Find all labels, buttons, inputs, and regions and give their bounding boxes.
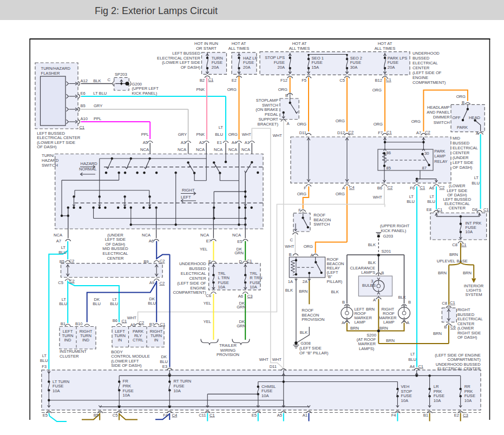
svg-text:C1: C1	[122, 319, 127, 324]
svg-text:G203: G203	[383, 234, 394, 239]
svg-text:A7: A7	[56, 239, 61, 243]
svg-text:TURN: TURN	[212, 56, 223, 61]
svg-text:B5: B5	[94, 413, 99, 418]
svg-text:BLK: BLK	[398, 295, 406, 300]
svg-text:C1: C1	[210, 413, 215, 418]
svg-text:ALL TIMES: ALL TIMES	[289, 46, 310, 51]
svg-text:ELECTRICAL CENTER: ELECTRICAL CENTER	[437, 366, 481, 371]
svg-text:D12: D12	[337, 130, 345, 135]
svg-text:D: D	[239, 259, 243, 264]
svg-text:SEO 1: SEO 1	[312, 56, 324, 61]
svg-text:NCA: NCA	[178, 147, 187, 152]
svg-text:10A: 10A	[466, 229, 473, 234]
svg-text:86: 86	[387, 150, 391, 155]
svg-text:A2: A2	[199, 140, 204, 145]
svg-text:C1: C1	[418, 364, 423, 369]
svg-text:C1: C1	[79, 125, 84, 130]
svg-text:SWITCH: SWITCH	[42, 163, 58, 168]
svg-text:B12: B12	[375, 78, 382, 83]
svg-text:STOP LPS: STOP LPS	[265, 55, 285, 60]
svg-text:PNK: PNK	[196, 132, 205, 137]
svg-text:G308: G308	[300, 341, 311, 346]
svg-text:C2: C2	[69, 259, 75, 263]
svg-text:A4: A4	[232, 140, 237, 145]
svg-text:OF DASH): OF DASH)	[181, 65, 201, 70]
svg-text:B7: B7	[149, 322, 154, 327]
svg-text:ORG: ORG	[374, 122, 383, 127]
svg-text:SWITCH: SWITCH	[262, 103, 278, 108]
svg-text:B9: B9	[143, 259, 148, 264]
svg-text:OF “B” PILLAR): OF “B” PILLAR)	[299, 351, 329, 355]
svg-text:D11: D11	[299, 130, 306, 135]
svg-text:C2: C2	[160, 281, 165, 286]
svg-text:LT: LT	[219, 125, 224, 130]
svg-text:C8: C8	[442, 301, 447, 306]
svg-text:B6: B6	[377, 186, 382, 190]
svg-text:NCA: NCA	[241, 147, 251, 152]
svg-text:F7: F7	[378, 130, 383, 135]
svg-text:SYSTEM: SYSTEM	[465, 292, 482, 297]
svg-text:10A: 10A	[434, 398, 441, 403]
svg-text:WHT: WHT	[285, 244, 294, 249]
svg-text:MID: MID	[453, 136, 460, 141]
svg-text:BRN: BRN	[379, 326, 388, 331]
svg-text:GRN: GRN	[237, 324, 246, 328]
svg-text:SEO 2: SEO 2	[350, 56, 362, 61]
svg-text:30A: 30A	[350, 65, 358, 70]
svg-text:UNDERHOOD: UNDERHOOD	[179, 261, 206, 266]
svg-text:C: C	[290, 238, 293, 242]
svg-text:BUSSED: BUSSED	[413, 56, 430, 61]
svg-text:Fig 2: Exterior Lamps Circuit: Fig 2: Exterior Lamps Circuit	[95, 5, 218, 16]
svg-text:HEADLAMP: HEADLAMP	[427, 105, 450, 110]
svg-text:C1: C1	[386, 77, 391, 82]
svg-text:CTRL: CTRL	[133, 338, 143, 342]
svg-text:WHT: WHT	[259, 357, 269, 362]
svg-text:C: C	[108, 77, 111, 82]
svg-text:S201: S201	[382, 249, 391, 254]
svg-text:A9: A9	[149, 280, 154, 285]
svg-text:KICK PANEL): KICK PANEL)	[132, 91, 158, 96]
svg-text:BRN: BRN	[366, 307, 375, 312]
svg-text:C1: C1	[461, 242, 467, 247]
svg-text:RT TURN: RT TURN	[173, 379, 191, 384]
svg-text:CENTER: CENTER	[449, 206, 466, 210]
svg-text:E: E	[208, 259, 211, 264]
svg-text:E2: E2	[232, 78, 237, 83]
svg-text:FUSE: FUSE	[274, 60, 285, 65]
svg-text:ORG: ORG	[227, 87, 237, 92]
svg-text:STOPLAMP: STOPLAMP	[256, 98, 278, 103]
svg-text:BRN: BRN	[299, 289, 307, 294]
svg-text:PEDAL: PEDAL	[265, 112, 278, 117]
svg-text:20A: 20A	[212, 65, 219, 70]
svg-text:BLK: BLK	[368, 260, 376, 265]
svg-text:SWITCH: SWITCH	[434, 120, 450, 125]
svg-text:IND: IND	[64, 338, 71, 342]
svg-text:ELECTRICAL: ELECTRICAL	[413, 61, 438, 65]
svg-text:UNDERHOOD: UNDERHOOD	[413, 51, 440, 56]
svg-text:SIDE OF DASH): SIDE OF DASH)	[111, 363, 142, 368]
svg-text:85: 85	[387, 166, 391, 170]
svg-text:C2: C2	[349, 130, 354, 135]
svg-text:C6: C6	[450, 325, 456, 329]
svg-text:NCA: NCA	[196, 147, 205, 152]
svg-text:(UPPER RIGHT: (UPPER RIGHT	[380, 223, 410, 228]
svg-text:A6: A6	[238, 294, 243, 299]
svg-text:NCA: NCA	[214, 147, 223, 152]
svg-text:HAZ LP: HAZ LP	[243, 56, 258, 61]
svg-text:D8: D8	[472, 207, 477, 212]
svg-text:A5: A5	[143, 140, 148, 145]
svg-text:CENTER: CENTER	[107, 256, 124, 261]
svg-text:RIGHT: RIGHT	[182, 188, 195, 193]
svg-text:C5: C5	[113, 413, 118, 418]
svg-text:BRN: BRN	[463, 271, 472, 275]
svg-text:E7: E7	[206, 239, 211, 243]
svg-text:C2: C2	[69, 279, 75, 284]
svg-text:BLU: BLU	[215, 132, 223, 137]
svg-text:C1: C1	[483, 207, 489, 212]
svg-text:GRY: GRY	[178, 132, 187, 137]
svg-text:IN: IN	[118, 338, 122, 342]
svg-text:A3: A3	[181, 140, 186, 145]
svg-text:BRN: BRN	[449, 252, 458, 257]
svg-text:PILLAR): PILLAR)	[327, 279, 343, 284]
svg-text:LEFT SIDE: LEFT SIDE	[453, 160, 473, 165]
